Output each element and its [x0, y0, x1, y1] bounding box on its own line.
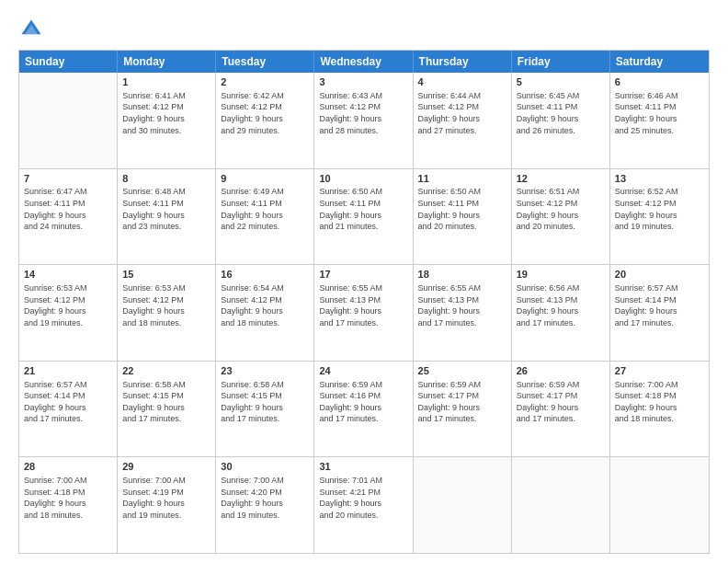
- day-cell-19: 19Sunrise: 6:56 AM Sunset: 4:13 PM Dayli…: [512, 265, 610, 361]
- header-cell-saturday: Saturday: [610, 51, 709, 73]
- day-info: Sunrise: 6:48 AM Sunset: 4:11 PM Dayligh…: [122, 186, 210, 232]
- day-cell-28: 28Sunrise: 7:00 AM Sunset: 4:18 PM Dayli…: [19, 457, 118, 553]
- header-cell-tuesday: Tuesday: [216, 51, 314, 73]
- day-cell-29: 29Sunrise: 7:00 AM Sunset: 4:19 PM Dayli…: [118, 457, 216, 553]
- calendar: SundayMondayTuesdayWednesdayThursdayFrid…: [18, 50, 710, 554]
- day-cell-4: 4Sunrise: 6:44 AM Sunset: 4:12 PM Daylig…: [414, 73, 512, 168]
- day-info: Sunrise: 6:57 AM Sunset: 4:14 PM Dayligh…: [24, 379, 112, 425]
- day-info: Sunrise: 6:46 AM Sunset: 4:11 PM Dayligh…: [615, 90, 704, 136]
- day-info: Sunrise: 6:42 AM Sunset: 4:12 PM Dayligh…: [221, 90, 309, 136]
- day-number: 25: [418, 364, 506, 378]
- day-number: 17: [319, 268, 407, 282]
- day-number: 23: [221, 364, 309, 378]
- day-cell-11: 11Sunrise: 6:50 AM Sunset: 4:11 PM Dayli…: [414, 169, 512, 265]
- day-info: Sunrise: 6:59 AM Sunset: 4:16 PM Dayligh…: [319, 379, 407, 425]
- day-info: Sunrise: 7:00 AM Sunset: 4:20 PM Dayligh…: [221, 475, 309, 521]
- day-cell-21: 21Sunrise: 6:57 AM Sunset: 4:14 PM Dayli…: [19, 362, 118, 457]
- day-cell-5: 5Sunrise: 6:45 AM Sunset: 4:11 PM Daylig…: [512, 73, 610, 168]
- day-info: Sunrise: 6:56 AM Sunset: 4:13 PM Dayligh…: [517, 282, 605, 328]
- day-number: 29: [122, 460, 210, 474]
- day-info: Sunrise: 7:00 AM Sunset: 4:19 PM Dayligh…: [122, 475, 210, 521]
- day-number: 22: [122, 364, 210, 378]
- header-cell-sunday: Sunday: [19, 51, 118, 73]
- day-number: 30: [221, 460, 309, 474]
- logo-icon: [18, 17, 44, 42]
- day-cell-30: 30Sunrise: 7:00 AM Sunset: 4:20 PM Dayli…: [216, 457, 314, 553]
- day-info: Sunrise: 6:57 AM Sunset: 4:14 PM Dayligh…: [615, 282, 704, 328]
- day-info: Sunrise: 6:50 AM Sunset: 4:11 PM Dayligh…: [319, 186, 407, 232]
- day-number: 20: [615, 268, 704, 282]
- day-info: Sunrise: 6:50 AM Sunset: 4:11 PM Dayligh…: [418, 186, 506, 232]
- day-info: Sunrise: 6:52 AM Sunset: 4:12 PM Dayligh…: [615, 186, 704, 232]
- day-cell-26: 26Sunrise: 6:59 AM Sunset: 4:17 PM Dayli…: [512, 362, 610, 457]
- day-cell-23: 23Sunrise: 6:58 AM Sunset: 4:15 PM Dayli…: [216, 362, 314, 457]
- day-number: 19: [517, 268, 605, 282]
- day-number: 11: [418, 172, 506, 186]
- day-info: Sunrise: 6:55 AM Sunset: 4:13 PM Dayligh…: [319, 282, 407, 328]
- calendar-header: SundayMondayTuesdayWednesdayThursdayFrid…: [19, 51, 709, 73]
- day-cell-27: 27Sunrise: 7:00 AM Sunset: 4:18 PM Dayli…: [610, 362, 709, 457]
- day-cell-2: 2Sunrise: 6:42 AM Sunset: 4:12 PM Daylig…: [216, 73, 314, 168]
- day-cell-12: 12Sunrise: 6:51 AM Sunset: 4:12 PM Dayli…: [512, 169, 610, 265]
- day-number: 9: [221, 172, 309, 186]
- day-number: 1: [122, 75, 210, 89]
- day-info: Sunrise: 6:55 AM Sunset: 4:13 PM Dayligh…: [418, 282, 506, 328]
- day-number: 18: [418, 268, 506, 282]
- empty-cell-0-0: [19, 73, 118, 168]
- day-number: 26: [517, 364, 605, 378]
- day-number: 2: [221, 75, 309, 89]
- day-number: 27: [615, 364, 704, 378]
- day-info: Sunrise: 6:54 AM Sunset: 4:12 PM Dayligh…: [221, 282, 309, 328]
- empty-cell-4-5: [512, 457, 610, 553]
- day-cell-6: 6Sunrise: 6:46 AM Sunset: 4:11 PM Daylig…: [610, 73, 709, 168]
- day-cell-18: 18Sunrise: 6:55 AM Sunset: 4:13 PM Dayli…: [414, 265, 512, 361]
- day-info: Sunrise: 6:53 AM Sunset: 4:12 PM Dayligh…: [24, 282, 112, 328]
- day-cell-10: 10Sunrise: 6:50 AM Sunset: 4:11 PM Dayli…: [314, 169, 413, 265]
- calendar-body: 1Sunrise: 6:41 AM Sunset: 4:12 PM Daylig…: [19, 73, 709, 553]
- day-info: Sunrise: 6:59 AM Sunset: 4:17 PM Dayligh…: [517, 379, 605, 425]
- day-number: 6: [615, 75, 704, 89]
- logo: [18, 17, 48, 42]
- day-info: Sunrise: 6:53 AM Sunset: 4:12 PM Dayligh…: [122, 282, 210, 328]
- day-cell-16: 16Sunrise: 6:54 AM Sunset: 4:12 PM Dayli…: [216, 265, 314, 361]
- day-number: 24: [319, 364, 407, 378]
- day-number: 21: [24, 364, 112, 378]
- day-info: Sunrise: 6:58 AM Sunset: 4:15 PM Dayligh…: [122, 379, 210, 425]
- day-number: 15: [122, 268, 210, 282]
- day-cell-1: 1Sunrise: 6:41 AM Sunset: 4:12 PM Daylig…: [118, 73, 216, 168]
- day-info: Sunrise: 6:47 AM Sunset: 4:11 PM Dayligh…: [24, 186, 112, 232]
- day-number: 28: [24, 460, 112, 474]
- day-number: 3: [319, 75, 407, 89]
- day-info: Sunrise: 6:43 AM Sunset: 4:12 PM Dayligh…: [319, 90, 407, 136]
- empty-cell-4-4: [414, 457, 512, 553]
- page: SundayMondayTuesdayWednesdayThursdayFrid…: [0, 0, 728, 563]
- day-cell-25: 25Sunrise: 6:59 AM Sunset: 4:17 PM Dayli…: [414, 362, 512, 457]
- day-info: Sunrise: 6:59 AM Sunset: 4:17 PM Dayligh…: [418, 379, 506, 425]
- day-cell-17: 17Sunrise: 6:55 AM Sunset: 4:13 PM Dayli…: [314, 265, 413, 361]
- day-cell-14: 14Sunrise: 6:53 AM Sunset: 4:12 PM Dayli…: [19, 265, 118, 361]
- day-info: Sunrise: 6:49 AM Sunset: 4:11 PM Dayligh…: [221, 186, 309, 232]
- day-number: 13: [615, 172, 704, 186]
- day-info: Sunrise: 6:45 AM Sunset: 4:11 PM Dayligh…: [517, 90, 605, 136]
- day-info: Sunrise: 6:51 AM Sunset: 4:12 PM Dayligh…: [517, 186, 605, 232]
- day-info: Sunrise: 7:01 AM Sunset: 4:21 PM Dayligh…: [319, 475, 407, 521]
- day-cell-15: 15Sunrise: 6:53 AM Sunset: 4:12 PM Dayli…: [118, 265, 216, 361]
- day-cell-31: 31Sunrise: 7:01 AM Sunset: 4:21 PM Dayli…: [314, 457, 413, 553]
- header-cell-monday: Monday: [118, 51, 216, 73]
- day-info: Sunrise: 7:00 AM Sunset: 4:18 PM Dayligh…: [615, 379, 704, 425]
- day-number: 16: [221, 268, 309, 282]
- day-info: Sunrise: 6:44 AM Sunset: 4:12 PM Dayligh…: [418, 90, 506, 136]
- day-cell-3: 3Sunrise: 6:43 AM Sunset: 4:12 PM Daylig…: [314, 73, 413, 168]
- day-cell-7: 7Sunrise: 6:47 AM Sunset: 4:11 PM Daylig…: [19, 169, 118, 265]
- day-cell-24: 24Sunrise: 6:59 AM Sunset: 4:16 PM Dayli…: [314, 362, 413, 457]
- calendar-row-4: 28Sunrise: 7:00 AM Sunset: 4:18 PM Dayli…: [19, 456, 709, 553]
- day-cell-20: 20Sunrise: 6:57 AM Sunset: 4:14 PM Dayli…: [610, 265, 709, 361]
- day-number: 12: [517, 172, 605, 186]
- day-cell-8: 8Sunrise: 6:48 AM Sunset: 4:11 PM Daylig…: [118, 169, 216, 265]
- header-cell-wednesday: Wednesday: [314, 51, 413, 73]
- day-info: Sunrise: 6:58 AM Sunset: 4:15 PM Dayligh…: [221, 379, 309, 425]
- day-number: 31: [319, 460, 407, 474]
- calendar-row-3: 21Sunrise: 6:57 AM Sunset: 4:14 PM Dayli…: [19, 361, 709, 457]
- empty-cell-4-6: [610, 457, 709, 553]
- day-cell-22: 22Sunrise: 6:58 AM Sunset: 4:15 PM Dayli…: [118, 362, 216, 457]
